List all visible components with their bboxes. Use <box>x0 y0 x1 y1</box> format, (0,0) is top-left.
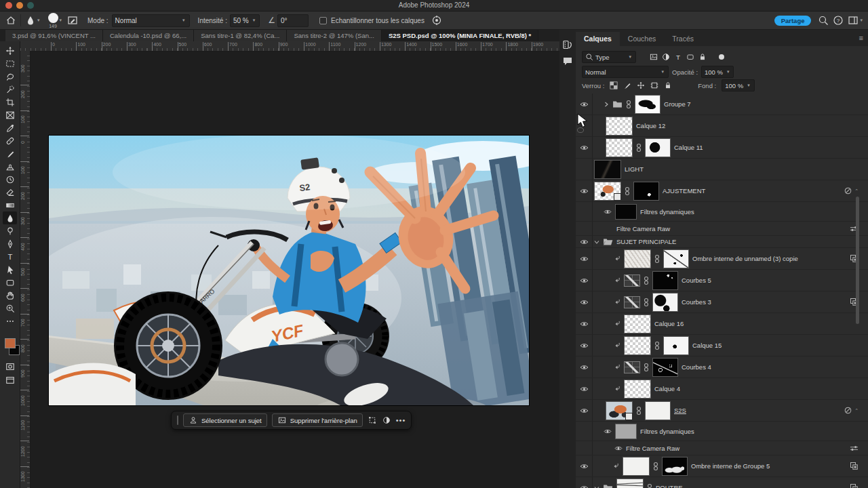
filter-options-icon[interactable] <box>850 444 859 453</box>
filter-toggle-icon[interactable] <box>719 54 724 60</box>
layer-thumbnail[interactable] <box>594 182 621 201</box>
horizontal-ruler[interactable]: 0100200300400500600700800900100011001200… <box>20 41 559 52</box>
workspace-icon[interactable] <box>848 15 859 26</box>
layer-name[interactable]: POUTRE <box>656 484 683 488</box>
panel-tab-tracés[interactable]: Tracés <box>664 32 702 46</box>
panel-tab-calques[interactable]: Calques <box>576 32 620 46</box>
layer-thumbnail[interactable] <box>606 117 633 136</box>
vertical-ruler[interactable]: 3002001000100200300400500600700800900100… <box>20 51 31 488</box>
pixel-filter-icon[interactable] <box>650 53 658 61</box>
layer-visibility-eye-icon[interactable] <box>576 477 593 488</box>
effects-toggle-icon[interactable]: ⌃ <box>844 186 859 195</box>
layer-name[interactable]: Ombre interne de Groupe 5 <box>691 462 770 470</box>
layer-mask-thumbnail[interactable] <box>662 457 688 476</box>
layer-row[interactable]: POUTRE <box>576 477 868 488</box>
layer-name[interactable]: LIGHT <box>625 165 644 173</box>
opacity-field[interactable]: 100 %▾ <box>701 66 734 78</box>
brush-picker-chevron[interactable]: ▾ <box>60 18 62 23</box>
more-options-icon[interactable]: ••• <box>396 416 406 424</box>
layer-thumbnail[interactable] <box>623 457 650 476</box>
pressure-size-icon[interactable] <box>431 15 442 26</box>
layer-visibility-eye-icon[interactable] <box>576 378 593 399</box>
layer-row[interactable]: Ombre interne de Groupe 5 <box>576 455 868 477</box>
blend-mode-select[interactable]: Normal▾ <box>582 66 669 78</box>
layer-name[interactable]: Calque 4 <box>654 385 680 392</box>
document-tab-4[interactable]: S2S PSD.psd @ 100% (MINIA FINALE, RVB/8)… <box>382 30 538 41</box>
intensity-select[interactable]: 50 %▾ <box>230 14 260 27</box>
layer-name[interactable]: Filtre Camera Raw <box>616 225 670 232</box>
mask-link-icon[interactable] <box>636 406 642 415</box>
layer-row[interactable]: ⌃AJUSTEMENT <box>576 180 868 202</box>
layer-visibility-eye-icon[interactable] <box>576 180 593 201</box>
layer-row[interactable]: Groupe 7 <box>576 94 868 115</box>
group-expand-chevron-icon[interactable] <box>604 102 609 107</box>
panel-scrollbar[interactable] <box>856 197 859 324</box>
remove-background-button[interactable]: Supprimer l'arrière-plan <box>272 413 363 427</box>
layer-mask-thumbnail[interactable] <box>652 293 678 312</box>
layer-mask-thumbnail[interactable] <box>663 249 689 268</box>
quick-mask-icon[interactable] <box>3 360 17 373</box>
blur-tool-icon[interactable] <box>3 211 17 224</box>
panel-tab-couches[interactable]: Couches <box>620 32 664 46</box>
layer-thumbnail[interactable] <box>594 160 621 179</box>
mask-link-icon[interactable] <box>644 276 649 285</box>
layer-thumbnail[interactable] <box>615 204 637 220</box>
mask-link-icon[interactable] <box>625 186 630 196</box>
layer-row[interactable]: Calque 15 <box>576 335 868 357</box>
mask-link-icon[interactable] <box>654 254 660 264</box>
layer-name[interactable]: Calque 15 <box>692 342 722 349</box>
mask-link-icon[interactable] <box>644 363 649 372</box>
effects-toggle-icon[interactable]: ⌃ <box>844 406 859 415</box>
layer-thumbnail[interactable] <box>616 479 644 488</box>
document-tab-2[interactable]: Sans titre-1 @ 82,4% (Ca... <box>194 30 287 41</box>
layer-name[interactable]: Courbes 3 <box>682 298 711 306</box>
layer-thumbnail[interactable] <box>606 401 633 420</box>
layer-visibility-eye-icon[interactable] <box>576 313 593 334</box>
layer-filter-select[interactable]: Type ▾ <box>582 51 636 63</box>
layer-row[interactable]: Filtres dynamiques <box>576 422 868 441</box>
shape-tool-icon[interactable] <box>3 276 17 289</box>
layer-row[interactable]: Calque 16 <box>576 313 868 335</box>
hand-tool-icon[interactable] <box>3 289 17 302</box>
fill-field[interactable]: 100 %▾ <box>722 79 754 92</box>
layer-row[interactable]: SUJET PRINCIPALE <box>576 236 868 248</box>
group-expand-chevron-icon[interactable] <box>594 239 599 245</box>
layer-name[interactable]: Ombre interne de unnamed (3) copie <box>692 255 798 262</box>
layer-row[interactable]: Filtre Camera Raw <box>576 222 868 236</box>
layer-name[interactable]: Groupe 7 <box>664 100 691 108</box>
layer-thumbnail[interactable] <box>624 336 651 355</box>
lock-artboard-icon[interactable] <box>650 81 658 89</box>
layer-visibility-eye-icon[interactable] <box>576 400 593 421</box>
copy-badge-icon[interactable] <box>850 483 859 488</box>
screen-mode-icon[interactable] <box>3 373 17 386</box>
layer-name[interactable]: Filtre Camera Raw <box>626 445 679 452</box>
layer-row[interactable]: Courbes 5 <box>576 270 868 291</box>
layer-visibility-eye-icon[interactable] <box>576 422 593 441</box>
home-icon[interactable] <box>5 15 16 26</box>
workspace-chevron[interactable]: ▾ <box>860 18 863 23</box>
share-button[interactable]: Partage <box>774 16 812 26</box>
frame-tool-icon[interactable] <box>3 108 17 121</box>
smartobject-filter-icon[interactable] <box>698 53 707 61</box>
brush-settings-icon[interactable] <box>67 15 78 26</box>
mask-link-icon[interactable] <box>636 143 642 152</box>
tool-preset-chevron[interactable]: ▾ <box>37 18 40 23</box>
layer-row[interactable]: Calque 12 <box>576 115 868 137</box>
layer-thumbnail[interactable] <box>624 249 651 268</box>
layer-visibility-eye-icon[interactable] <box>576 94 593 115</box>
layer-name[interactable]: Filtres dynamiques <box>640 428 694 435</box>
layer-name[interactable]: Courbes 4 <box>682 363 711 371</box>
layer-name[interactable]: AJUSTEMENT <box>663 187 705 195</box>
angle-field[interactable]: 0° <box>277 14 309 27</box>
layer-mask-thumbnail[interactable] <box>663 336 689 355</box>
foreground-color-swatch[interactable] <box>5 338 16 348</box>
blur-tool-icon[interactable] <box>25 15 36 26</box>
layer-row[interactable]: Courbes 4 <box>576 357 868 378</box>
layer-visibility-toggle[interactable] <box>576 222 593 235</box>
layer-name[interactable]: Calque 16 <box>654 320 684 327</box>
layer-thumbnail[interactable] <box>624 380 651 399</box>
crop-tool-icon[interactable] <box>3 96 17 108</box>
layer-visibility-eye-icon[interactable] <box>576 455 593 476</box>
layer-visibility-eye-icon[interactable] <box>576 137 593 158</box>
pen-tool-icon[interactable] <box>3 237 17 250</box>
